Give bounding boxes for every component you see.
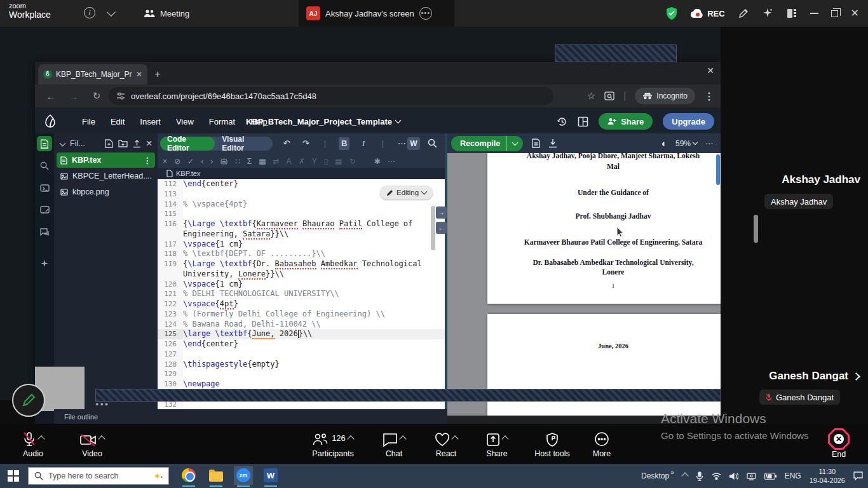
new-folder-icon[interactable] — [118, 139, 128, 147]
italic-button[interactable]: I — [358, 139, 369, 149]
editor-scrollbar[interactable] — [431, 206, 435, 250]
recompile-button[interactable]: Recompile — [451, 136, 523, 151]
code-line-114[interactable]: 114% \vspace{4pt} — [158, 200, 445, 210]
settings-icon[interactable]: ✱ — [374, 157, 381, 166]
chevron-up-icon[interactable] — [347, 435, 354, 442]
window-close-icon[interactable]: ✕ — [707, 65, 714, 76]
file-outline-bar[interactable]: File outline — [54, 409, 447, 424]
taskbar-search[interactable]: Type here to search ✦• — [28, 467, 169, 485]
control-host-tools[interactable]: Host tools — [525, 429, 580, 458]
dots-icon[interactable]: ∷ — [235, 157, 240, 166]
chevron-down-icon[interactable] — [60, 140, 66, 147]
code-line-121[interactable]: 121% DELHI TECHNOLOGICAL UNIVERSITY\\ — [158, 289, 445, 299]
info-icon[interactable]: i — [84, 7, 95, 18]
visual-editor-toggle[interactable]: Visual Editor — [215, 135, 273, 152]
mic-icon[interactable] — [696, 471, 703, 481]
viewer-clock[interactable]: 11:30 19-04-2026 — [810, 467, 845, 485]
wifi-icon[interactable] — [712, 472, 721, 480]
accept-icon[interactable]: ✓ — [187, 157, 194, 166]
taskbar-app-word[interactable]: W — [261, 466, 280, 485]
prev-icon[interactable]: ‹ — [201, 157, 203, 166]
robot-icon[interactable] — [220, 158, 228, 165]
chevron-up-icon[interactable] — [681, 472, 688, 479]
code-line-127[interactable]: 127 — [158, 349, 445, 360]
code-line-115[interactable]: 115 — [158, 209, 445, 219]
chevron-up-icon[interactable] — [501, 435, 508, 442]
control-video[interactable]: Video — [71, 429, 113, 458]
more-icon[interactable]: ⋯ — [388, 157, 395, 166]
rail-item-search[interactable] — [37, 158, 52, 173]
search-tabs-icon[interactable] — [604, 92, 614, 100]
code-editor-toggle[interactable]: Code Editor — [160, 137, 215, 151]
history-icon[interactable] — [557, 116, 567, 127]
rail-item-symbol-palette[interactable] — [37, 180, 52, 196]
pdf-scrollbar[interactable] — [716, 154, 720, 185]
pencil-icon[interactable] — [738, 8, 749, 19]
back-icon[interactable]: ← — [44, 91, 58, 102]
pdf-zoom-control[interactable]: 59% — [675, 139, 697, 148]
reload-icon[interactable]: ↻ — [90, 90, 104, 102]
code-line-116[interactable]: 116{\Large \textbf{Karmaveer Bhaurao Pat… — [158, 219, 445, 229]
code-line-123[interactable]: 123% (Formerly Delhi College of Engineer… — [158, 309, 445, 320]
taskbar-app-chrome[interactable] — [179, 466, 198, 485]
upload-icon[interactable] — [133, 139, 141, 148]
chevron-up-icon[interactable] — [451, 435, 458, 442]
menu-edit[interactable]: Edit — [111, 117, 125, 126]
forward-icon[interactable]: → — [67, 91, 81, 102]
restore-icon[interactable] — [831, 10, 838, 17]
incognito-badge[interactable]: Incognito — [635, 88, 695, 104]
layout-icon[interactable] — [578, 116, 588, 127]
undo-icon[interactable]: ↶ — [281, 139, 292, 148]
chevron-up-icon[interactable] — [399, 435, 406, 442]
recompile-dropdown[interactable] — [506, 136, 523, 151]
editor-mode-toggle[interactable]: Code Editor Visual Editor — [160, 137, 273, 151]
outline-resize-handle[interactable]: ●●● — [95, 401, 109, 407]
rail-item-assistant[interactable] — [37, 256, 52, 271]
file-item-kbp-tex[interactable]: KBP.tex⋮ — [57, 152, 155, 168]
close-icon[interactable]: ✕ — [146, 139, 153, 148]
menu-format[interactable]: Format — [209, 117, 235, 126]
upgrade-button[interactable]: Upgrade — [663, 113, 714, 130]
more-icon[interactable]: ⋯ — [705, 139, 713, 148]
battery-icon[interactable] — [764, 473, 776, 480]
math-icon[interactable]: Σ — [247, 157, 252, 166]
panel-scrollbar[interactable] — [754, 215, 758, 243]
url-field[interactable]: overleaf.com/project/69e46bac1470ac5aa17… — [109, 87, 553, 105]
menu-insert[interactable]: Insert — [140, 117, 161, 126]
code-line-117[interactable]: 117\vspace{1 cm} — [158, 240, 445, 250]
pdf-preview[interactable]: Akshay Jadhav, Pooja Dhore, Manjeet Shar… — [447, 153, 721, 416]
redo-icon[interactable]: ↷ — [301, 139, 311, 148]
taskbar-app-zoom[interactable]: zm — [234, 466, 253, 485]
tab-shared-screen[interactable]: AJ Akshay Jadhav's screen ••• — [299, 0, 454, 27]
language-indicator[interactable]: ENG — [785, 471, 801, 480]
minimize-icon[interactable] — [810, 13, 818, 14]
block-icon[interactable]: ⊘ — [174, 157, 180, 166]
rail-item-file-tree[interactable] — [37, 136, 52, 151]
editing-mode-badge[interactable]: Editing — [380, 186, 433, 200]
code-line-124[interactable]: 124% Bawana Road, Delhi-110042 \\ — [158, 320, 445, 330]
code-line-125[interactable]: 125\large \textbf{June, 2026}\\ — [158, 329, 445, 339]
sync-to-code-icon[interactable]: ← — [436, 222, 447, 234]
taskbar-app-file-explorer[interactable] — [207, 466, 226, 485]
desktop-toolbar[interactable]: Desktop » — [641, 471, 674, 480]
code-line-128[interactable]: 128\thispagestyle{empty} — [158, 360, 445, 370]
chevron-up-icon[interactable] — [98, 435, 105, 442]
search-icon[interactable] — [428, 139, 437, 150]
file-item-kbpce-letterhead-[interactable]: KBPCE_LetterHead.... — [57, 168, 155, 184]
code-line-119[interactable]: 119{\Large \textbf{Dr. Babasaheb Ambedka… — [158, 259, 445, 269]
action-center-icon[interactable] — [853, 471, 863, 480]
contrast-icon[interactable]: ◐ — [661, 138, 667, 149]
tab-meeting[interactable]: Meeting — [137, 0, 197, 27]
close-icon[interactable]: ✕ — [851, 8, 859, 18]
chevron-down-icon[interactable] — [107, 8, 116, 17]
bookmark-star-icon[interactable]: ☆ — [587, 90, 595, 102]
open-file-tab[interactable]: KBP.tex — [158, 168, 445, 179]
panel-icon[interactable] — [786, 8, 797, 19]
bold-button[interactable]: B — [339, 137, 349, 150]
next-icon[interactable]: › — [210, 157, 213, 166]
code-editor[interactable]: 112\end{center}113114% \vspace{4pt}11511… — [158, 179, 445, 409]
code-line-wrap[interactable]: University, Lonere}}\\ — [158, 269, 445, 280]
new-tab-icon[interactable]: + — [154, 68, 161, 81]
tab-options-icon[interactable]: ••• — [419, 7, 432, 20]
menu-view[interactable]: View — [176, 117, 194, 126]
